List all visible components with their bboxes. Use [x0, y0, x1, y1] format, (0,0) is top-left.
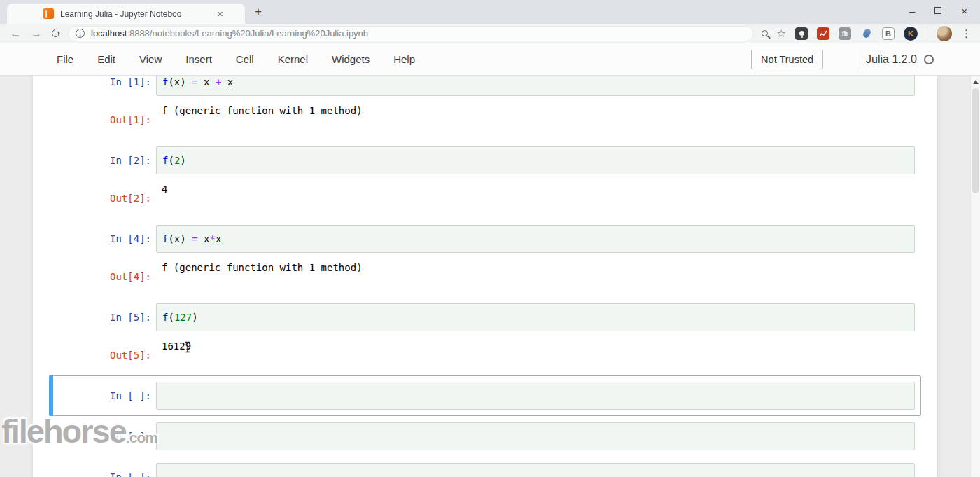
trust-status-badge[interactable]: Not Trusted — [751, 50, 823, 69]
browser-menu-icon[interactable]: ⋮ — [961, 27, 972, 40]
bookmark-star-icon[interactable]: ☆ — [777, 28, 786, 39]
code-cell[interactable]: In [1]:f(x) = x + xOut[1]:f (generic fun… — [49, 76, 921, 140]
code-token: ( — [168, 155, 174, 166]
menu-help[interactable]: Help — [382, 53, 427, 65]
input-prompt: In [5]: — [55, 303, 151, 324]
code-token: x — [221, 76, 233, 88]
reload-button[interactable] — [50, 28, 61, 39]
output-prompt: Out[5]: — [55, 340, 151, 362]
code-token: = — [192, 233, 197, 244]
toolbar-divider — [927, 27, 927, 40]
output-prompt: Out[2]: — [55, 183, 151, 205]
mouse-glyph — [862, 28, 872, 39]
extension-b-icon[interactable]: B — [882, 27, 895, 40]
code-input-area[interactable]: f(2) — [156, 146, 915, 174]
code-input-area[interactable]: f(x) = x*x — [156, 225, 915, 253]
zoom-icon[interactable] — [762, 30, 768, 36]
window-close-button[interactable]: × — [961, 6, 967, 16]
code-token: x — [216, 233, 221, 244]
url-host: localhost — [91, 28, 127, 39]
back-button[interactable]: ← — [10, 27, 21, 40]
output-prompt: Out[1]: — [55, 104, 151, 127]
code-input-area[interactable] — [156, 382, 915, 410]
extension-chart-icon[interactable] — [817, 27, 830, 40]
code-cell[interactable]: In [ ]: — [49, 457, 921, 477]
header-divider — [857, 50, 858, 69]
code-token: = — [192, 76, 197, 88]
jupyter-favicon-icon — [43, 8, 54, 19]
input-prompt: In [2]: — [55, 146, 151, 167]
code-token: * — [209, 233, 215, 244]
menu-insert[interactable]: Insert — [174, 53, 224, 65]
menu-view[interactable]: View — [127, 53, 174, 65]
code-cell[interactable]: In [4]:f(x) = x*xOut[4]:f (generic funct… — [49, 219, 921, 297]
code-input-area[interactable]: f(x) = x + x — [156, 76, 915, 96]
input-prompt: In [ ]: — [55, 463, 151, 477]
kernel-status-icon — [924, 55, 934, 64]
input-prompt: In [4]: — [55, 225, 151, 246]
code-input-area[interactable]: f(127) — [156, 303, 915, 331]
scroll-up-icon[interactable] — [973, 80, 979, 84]
extension-fb-icon[interactable]: fb — [839, 27, 851, 40]
menu-cell[interactable]: Cell — [224, 53, 266, 65]
new-tab-button[interactable]: + — [251, 5, 266, 19]
menu-widgets[interactable]: Widgets — [320, 53, 382, 65]
browser-tab-bar: Learning Julia - Jupyter Noteboo × + – × — [0, 0, 980, 24]
browser-toolbar: ← → i localhost:8888/notebooks/Learning%… — [0, 24, 980, 43]
address-bar[interactable]: i localhost:8888/notebooks/Learning%20Ju… — [68, 26, 754, 41]
output-text: 16129 — [156, 340, 191, 352]
window-maximize-button[interactable] — [934, 7, 941, 14]
scrollbar-thumb[interactable] — [972, 88, 979, 193]
code-token: ( — [168, 312, 174, 323]
tab-title: Learning Julia - Jupyter Noteboo — [60, 9, 213, 19]
url-text: localhost:8888/notebooks/Learning%20Juli… — [91, 28, 368, 39]
extension-k-icon[interactable]: K — [904, 27, 918, 41]
forward-button[interactable]: → — [31, 27, 42, 40]
code-cell[interactable]: In [ ]: — [49, 416, 921, 457]
code-cell[interactable]: In [2]:f(2)Out[2]:4 — [49, 140, 921, 219]
input-prompt: In [ ]: — [55, 382, 151, 403]
url-path: :8888/notebooks/Learning%20Julia/Learnin… — [127, 28, 368, 39]
output-prompt: Out[4]: — [55, 261, 151, 284]
tab-close-icon[interactable]: × — [217, 8, 223, 19]
window-minimize-button[interactable]: – — [909, 6, 915, 16]
code-token: ) — [192, 312, 197, 323]
code-token: (x) — [168, 233, 192, 244]
site-info-icon[interactable]: i — [76, 29, 85, 38]
lightbulb-glyph — [799, 31, 804, 36]
code-token: (x) — [168, 76, 192, 88]
menu-kernel[interactable]: Kernel — [266, 53, 320, 65]
menu-file[interactable]: File — [45, 53, 85, 65]
chart-glyph — [819, 30, 827, 37]
browser-tab[interactable]: Learning Julia - Jupyter Noteboo × — [7, 4, 245, 24]
code-token: x — [198, 76, 216, 88]
notebook-container: In [1]:f(x) = x + xOut[1]:f (generic fun… — [32, 76, 938, 477]
code-cell-selected[interactable]: In [ ]: — [49, 375, 921, 416]
code-token: 127 — [174, 312, 192, 323]
jupyter-menubar: File Edit View Insert Cell Kernel Widget… — [0, 43, 980, 76]
profile-avatar[interactable] — [937, 26, 952, 41]
kernel-name: Julia 1.2.0 — [866, 53, 917, 66]
input-prompt: In [ ]: — [55, 422, 151, 443]
extension-lightbulb-icon[interactable] — [795, 27, 808, 40]
code-token: x — [198, 233, 210, 244]
code-cell[interactable]: In [5]:f(127)Out[5]:16129 — [49, 297, 921, 375]
output-text: 4 — [156, 183, 167, 195]
menu-edit[interactable]: Edit — [85, 53, 127, 65]
output-text: f (generic function with 1 method) — [156, 261, 363, 274]
input-prompt: In [1]: — [55, 76, 151, 89]
menu-list: File Edit View Insert Cell Kernel Widget… — [45, 53, 427, 65]
notebook-scroll-area: In [1]:f(x) = x + xOut[1]:f (generic fun… — [0, 76, 980, 477]
code-input-area[interactable] — [156, 422, 915, 450]
output-text: f (generic function with 1 method) — [156, 104, 363, 117]
code-input-area[interactable] — [156, 463, 915, 477]
scrollbar[interactable] — [970, 76, 980, 477]
extension-mouse-icon[interactable] — [860, 27, 873, 40]
code-token: ) — [180, 155, 186, 166]
